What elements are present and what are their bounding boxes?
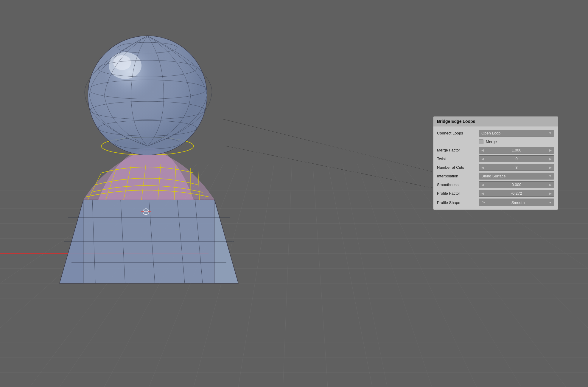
- connect-loops-label: Connect Loops: [437, 131, 479, 135]
- profile-shape-icon: 〜: [481, 200, 486, 205]
- merge-factor-right-arrow: ▶: [549, 148, 552, 152]
- smoothness-right-arrow: ▶: [549, 183, 552, 187]
- number-of-cuts-left-arrow: ◀: [481, 165, 484, 170]
- twist-field[interactable]: ◀ 0 ▶: [479, 155, 554, 162]
- panel-title: Bridge Edge Loops: [433, 117, 558, 126]
- twist-value: 0: [484, 157, 549, 161]
- merge-factor-left-arrow: ◀: [481, 148, 484, 152]
- smoothness-value: 0.000: [484, 182, 549, 187]
- merge-row[interactable]: Merge: [433, 137, 558, 146]
- merge-factor-row: Merge Factor ◀ 1.000 ▶: [433, 146, 558, 154]
- interpolation-label: Interpolation: [437, 174, 479, 178]
- profile-factor-value: -0.272: [484, 191, 549, 196]
- smoothness-control[interactable]: ◀ 0.000 ▶: [479, 181, 554, 188]
- panel-body: Connect Loops Open Loop ▼ Merge Merge Fa…: [433, 126, 558, 210]
- profile-factor-row: Profile Factor ◀ -0.272 ▶: [433, 189, 558, 198]
- profile-shape-control[interactable]: 〜 Smooth ▼: [479, 199, 554, 206]
- merge-factor-value: 1.000: [484, 148, 549, 152]
- twist-label: Twist: [437, 157, 479, 161]
- twist-left-arrow: ◀: [481, 157, 484, 161]
- twist-row: Twist ◀ 0 ▶: [433, 154, 558, 163]
- profile-shape-dropdown[interactable]: 〜 Smooth ▼: [479, 199, 554, 206]
- merge-label: Merge: [486, 140, 497, 144]
- number-of-cuts-right-arrow: ▶: [549, 165, 552, 170]
- interpolation-control[interactable]: Blend Surface ▼: [479, 173, 554, 179]
- interpolation-arrow: ▼: [549, 174, 552, 178]
- interpolation-dropdown[interactable]: Blend Surface ▼: [479, 173, 554, 179]
- smoothness-field[interactable]: ◀ 0.000 ▶: [479, 181, 554, 188]
- smoothness-row: Smoothness ◀ 0.000 ▶: [433, 180, 558, 189]
- profile-factor-right-arrow: ▶: [549, 191, 552, 196]
- merge-factor-field[interactable]: ◀ 1.000 ▶: [479, 147, 554, 154]
- profile-shape-row: Profile Shape 〜 Smooth ▼: [433, 198, 558, 207]
- merge-factor-control[interactable]: ◀ 1.000 ▶: [479, 147, 554, 154]
- interpolation-value: Blend Surface: [481, 174, 506, 178]
- profile-shape-label: Profile Shape: [437, 200, 479, 205]
- profile-factor-label: Profile Factor: [437, 191, 479, 196]
- number-of-cuts-row: Number of Cuts ◀ 3 ▶: [433, 163, 558, 172]
- profile-shape-value: Smooth: [511, 200, 525, 205]
- smoothness-label: Smoothness: [437, 182, 479, 187]
- number-of-cuts-field[interactable]: ◀ 3 ▶: [479, 164, 554, 171]
- number-of-cuts-label: Number of Cuts: [437, 165, 479, 170]
- connect-loops-dropdown[interactable]: Open Loop ▼: [479, 130, 554, 137]
- twist-right-arrow: ▶: [549, 157, 552, 161]
- profile-factor-control[interactable]: ◀ -0.272 ▶: [479, 190, 554, 197]
- merge-factor-label: Merge Factor: [437, 148, 479, 152]
- number-of-cuts-value: 3: [484, 165, 549, 170]
- merge-checkbox[interactable]: [479, 139, 483, 144]
- number-of-cuts-control[interactable]: ◀ 3 ▶: [479, 164, 554, 171]
- profile-factor-field[interactable]: ◀ -0.272 ▶: [479, 190, 554, 197]
- bridge-edge-loops-panel: Bridge Edge Loops Connect Loops Open Loo…: [433, 116, 558, 210]
- interpolation-row: Interpolation Blend Surface ▼: [433, 172, 558, 180]
- twist-control[interactable]: ◀ 0 ▶: [479, 155, 554, 162]
- smoothness-left-arrow: ◀: [481, 183, 484, 187]
- profile-shape-arrow: ▼: [549, 201, 552, 204]
- connect-loops-control[interactable]: Open Loop ▼: [479, 130, 554, 137]
- connect-loops-row: Connect Loops Open Loop ▼: [433, 129, 558, 137]
- profile-factor-left-arrow: ◀: [481, 191, 484, 196]
- connect-loops-value: Open Loop: [481, 131, 500, 135]
- connect-loops-arrow: ▼: [549, 131, 552, 135]
